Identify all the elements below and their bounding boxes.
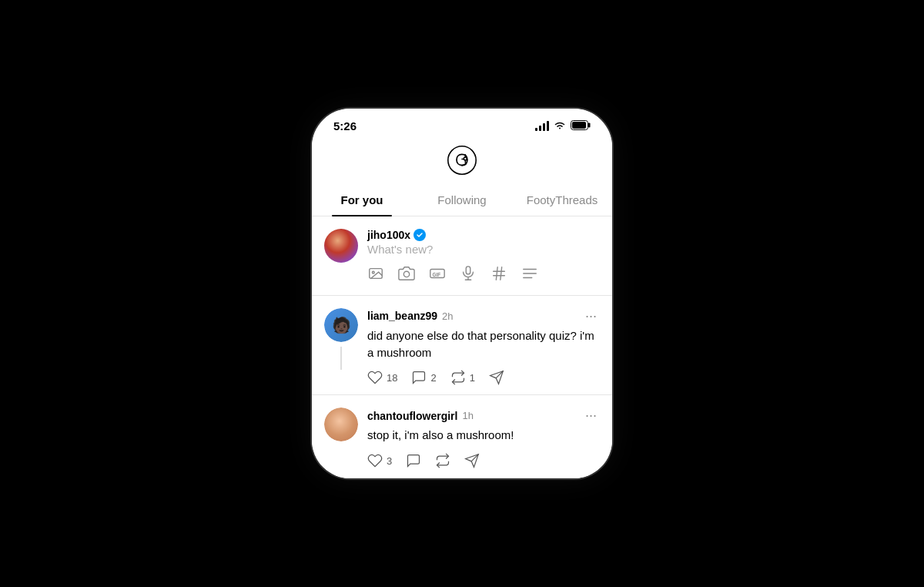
compose-username-row: jiho100x: [367, 229, 600, 241]
compose-content: jiho100x What's new?: [367, 229, 600, 286]
status-time: 5:26: [333, 119, 357, 132]
comment-button-chantu[interactable]: [406, 453, 421, 468]
post-avatar-col-chantu: [324, 408, 358, 441]
post-username-liam: liam_beanz99: [367, 310, 437, 322]
feed: 🧑🏿 liam_beanz99 2h ··· did anyone else d…: [312, 296, 612, 478]
svg-text:GIF: GIF: [433, 272, 441, 277]
tab-footy-threads[interactable]: FootyThreads: [512, 184, 612, 216]
svg-point-6: [372, 271, 374, 273]
compose-placeholder[interactable]: What's new?: [367, 243, 600, 256]
threads-logo: [447, 146, 477, 178]
post-avatar-chantu: [324, 408, 358, 441]
svg-point-7: [403, 271, 409, 277]
battery-icon: [571, 119, 591, 133]
share-button-liam[interactable]: [489, 370, 504, 385]
compose-actions: GIF: [367, 265, 600, 286]
status-icons: [535, 119, 591, 133]
verified-badge: [413, 229, 426, 241]
status-bar: 5:26: [312, 109, 612, 138]
like-button-chantu[interactable]: 3: [367, 453, 392, 468]
thread-line: [340, 347, 342, 370]
tab-following[interactable]: Following: [412, 184, 512, 216]
post-text-liam: did anyone else do that personality quiz…: [367, 327, 600, 361]
tab-for-you[interactable]: For you: [312, 184, 412, 216]
like-button-liam[interactable]: 18: [367, 370, 397, 385]
post-username-chantu: chantouflowergirl: [367, 410, 457, 422]
share-button-chantu[interactable]: [464, 453, 480, 468]
more-options-icon[interactable]: [521, 265, 538, 286]
post-meta-liam: liam_beanz99 2h ···: [367, 308, 600, 324]
svg-rect-10: [466, 267, 470, 274]
mic-icon[interactable]: [460, 265, 477, 286]
comment-button-liam[interactable]: 2: [411, 370, 436, 385]
repost-button-chantu[interactable]: [435, 453, 450, 468]
post-liam: 🧑🏿 liam_beanz99 2h ··· did anyone else d…: [312, 296, 612, 396]
post-body-liam: liam_beanz99 2h ··· did anyone else do t…: [367, 308, 600, 386]
phone-frame: 5:26: [312, 109, 612, 478]
svg-rect-1: [588, 122, 591, 127]
post-meta-left-chantu: chantouflowergirl 1h: [367, 410, 474, 422]
signal-icon: [535, 122, 549, 131]
svg-point-3: [448, 146, 476, 174]
gif-icon[interactable]: GIF: [429, 265, 446, 286]
compose-section[interactable]: jiho100x What's new?: [312, 216, 612, 296]
post-time-chantu: 1h: [462, 410, 473, 421]
post-chantu: chantouflowergirl 1h ··· stop it, i'm al…: [312, 395, 612, 478]
post-meta-chantu: chantouflowergirl 1h ···: [367, 408, 600, 424]
svg-rect-2: [572, 122, 586, 129]
app-header: [312, 138, 612, 184]
post-actions-liam: 18 2 1: [367, 370, 600, 385]
svg-line-14: [500, 267, 502, 280]
post-body-chantu: chantouflowergirl 1h ··· stop it, i'm al…: [367, 408, 600, 468]
tabs-bar: For you Following FootyThreads: [312, 184, 612, 216]
post-meta-left-liam: liam_beanz99 2h: [367, 310, 454, 322]
svg-line-13: [496, 267, 497, 280]
hashtag-icon[interactable]: [490, 265, 507, 286]
post-more-chantu[interactable]: ···: [582, 408, 600, 424]
photo-icon[interactable]: [367, 265, 384, 286]
compose-avatar: [324, 229, 358, 263]
post-avatar-col-liam: 🧑🏿: [324, 308, 358, 370]
post-time-liam: 2h: [442, 310, 453, 322]
post-header-chantu: chantouflowergirl 1h ··· stop it, i'm al…: [324, 408, 600, 468]
post-actions-chantu: 3: [367, 453, 600, 468]
camera-icon[interactable]: [398, 265, 415, 286]
post-text-chantu: stop it, i'm also a mushroom!: [367, 427, 600, 444]
post-more-liam[interactable]: ···: [582, 308, 600, 324]
post-header-liam: 🧑🏿 liam_beanz99 2h ··· did anyone else d…: [324, 308, 600, 386]
wifi-icon: [554, 119, 566, 133]
post-avatar-liam: 🧑🏿: [324, 308, 358, 342]
repost-button-liam[interactable]: 1: [450, 370, 475, 385]
compose-username: jiho100x: [367, 229, 410, 241]
